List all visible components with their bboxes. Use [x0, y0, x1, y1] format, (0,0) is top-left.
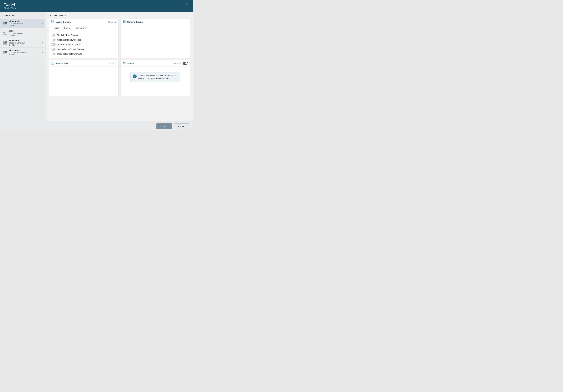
dataset-name-studentinfo: studentinfo: [9, 20, 42, 22]
totals-column-groups-label: Totals for Column Groups: [57, 43, 81, 46]
dataset-icon-behaviour: [3, 40, 7, 45]
totals-options-list: Totals for Row Groups Subtotals for Row …: [49, 31, 118, 58]
dataset-info-attendance: attendance based on Attendance 5 fields: [9, 49, 42, 56]
left-panel: DATA SETS studentinfo based on Student: [0, 12, 45, 121]
toggle-row-subtotals-column-groups: Subtotals for Column Groups: [51, 47, 116, 51]
svg-rect-19: [3, 54, 7, 54]
svg-rect-27: [51, 62, 54, 63]
values-box: Values As Rows i There are no values spe…: [120, 60, 190, 96]
dataset-item-studentinfo[interactable]: studentinfo based on Student 9 fields ▾: [0, 19, 45, 28]
dataset-item-mark[interactable]: mark based on Marks 6 fields ▾: [0, 28, 45, 38]
column-groups-drop-area[interactable]: [120, 25, 190, 43]
tab-organization[interactable]: Organization: [73, 25, 90, 31]
toggle-row-show-totals-before-groups: Show Totals before Groups: [51, 51, 116, 56]
dialog-footer: OK Cancel: [0, 121, 193, 131]
filters-label: Filters: [108, 21, 113, 23]
layout-options-tabs: Totals Styling Organization: [49, 25, 118, 31]
layout-options-title: Layout Options: [56, 21, 108, 23]
row-groups-drop-area[interactable]: [49, 67, 118, 96]
svg-rect-29: [51, 64, 54, 65]
values-icon: [123, 62, 126, 65]
values-drop-area[interactable]: i There are no values specified. Please …: [120, 67, 190, 87]
layout-options-box: Layout Options Filters ⛛ Totals Styling …: [49, 19, 119, 58]
svg-rect-18: [3, 53, 7, 53]
close-button[interactable]: ✕: [185, 3, 189, 6]
no-values-message-box: i There are no values specified. Please …: [130, 72, 180, 82]
toggle-totals-column-groups[interactable]: [51, 43, 56, 46]
dataset-name-attendance: attendance: [9, 49, 42, 51]
show-totals-before-groups-label: Show Totals before Groups: [57, 53, 82, 55]
column-groups-title: Column Groups: [127, 21, 188, 23]
cancel-button[interactable]: Cancel: [174, 123, 189, 129]
toggle-subtotals-row-groups[interactable]: [51, 38, 56, 41]
dataset-item-behaviour[interactable]: behaviour based on Behaviour 6 fields ▾: [0, 38, 45, 48]
svg-rect-31: [125, 62, 126, 63]
dialog-title: Tablix4: [4, 3, 17, 6]
svg-rect-20: [51, 20, 52, 22]
swap-icon[interactable]: ↻: [115, 62, 116, 65]
ok-button[interactable]: OK: [156, 123, 172, 129]
toggle-as-rows[interactable]: [183, 62, 188, 65]
svg-rect-11: [5, 41, 7, 42]
svg-rect-9: [3, 34, 7, 35]
dialog-body: DATA SETS studentinfo based on Student: [0, 12, 193, 121]
column-groups-icon: [123, 20, 126, 24]
svg-rect-23: [53, 22, 54, 23]
dataset-info-mark: mark based on Marks 6 fields: [9, 30, 42, 36]
layout-bottom-grid: Row Groups Swap ↻: [49, 60, 190, 96]
svg-rect-13: [3, 43, 7, 44]
svg-rect-30: [123, 62, 124, 63]
info-icon: i: [133, 75, 137, 78]
subtotals-column-groups-label: Subtotals for Column Groups: [57, 48, 84, 51]
subtotals-row-groups-label: Subtotals for Row Groups: [57, 39, 81, 41]
svg-rect-25: [124, 20, 125, 23]
tab-styling[interactable]: Styling: [62, 25, 73, 31]
row-groups-box: Row Groups Swap ↻: [49, 60, 119, 96]
svg-rect-14: [3, 44, 7, 45]
right-panel: LAYOUT DESIGN Layou: [45, 12, 193, 121]
row-groups-icon: [51, 62, 54, 65]
chevron-down-icon-behaviour: ▾: [42, 42, 43, 44]
row-groups-header: Row Groups Swap ↻: [49, 60, 118, 67]
filter-icon[interactable]: ⛛: [114, 21, 116, 23]
values-header: Values As Rows: [120, 60, 190, 67]
dataset-info-behaviour: behaviour based on Behaviour 6 fields: [9, 39, 42, 46]
toggle-totals-for-row-groups[interactable]: [51, 34, 56, 37]
dialog-subtitle: Tablix Wizard: [4, 7, 17, 9]
dataset-item-attendance[interactable]: attendance based on Attendance 5 fields …: [0, 48, 45, 57]
tab-totals[interactable]: Totals: [51, 25, 62, 31]
svg-rect-22: [51, 22, 52, 23]
dataset-desc-attendance: based on Attendance 5 fields: [9, 51, 42, 56]
dataset-name-mark: mark: [9, 30, 42, 32]
toggle-show-totals-before-groups[interactable]: [51, 53, 56, 55]
as-rows-label: As Rows: [174, 62, 181, 64]
svg-rect-7: [5, 33, 7, 33]
svg-rect-24: [123, 20, 124, 23]
svg-rect-2: [5, 23, 7, 24]
svg-rect-1: [5, 22, 7, 23]
layout-options-icon: [51, 20, 54, 24]
dataset-name-behaviour: behaviour: [9, 39, 42, 42]
svg-rect-21: [53, 20, 54, 22]
totals-for-row-groups-label: Totals for Row Groups: [57, 34, 78, 36]
svg-rect-4: [3, 25, 7, 25]
toggle-subtotals-column-groups[interactable]: [51, 48, 56, 51]
dataset-icon-mark: [3, 31, 7, 36]
svg-rect-6: [5, 32, 7, 32]
layout-top-grid: Layout Options Filters ⛛ Totals Styling …: [49, 19, 190, 58]
dialog-header: Tablix4 Tablix Wizard ✕: [0, 0, 193, 12]
svg-rect-3: [3, 24, 7, 25]
svg-rect-5: [3, 32, 5, 33]
column-groups-header: Column Groups: [120, 19, 190, 25]
dataset-icon-studentinfo: [3, 21, 7, 26]
svg-rect-26: [125, 20, 126, 23]
svg-rect-10: [3, 41, 5, 43]
toggle-row-subtotals-row-groups: Subtotals for Row Groups: [51, 38, 116, 42]
row-groups-title: Row Groups: [56, 62, 109, 64]
layout-section-title: LAYOUT DESIGN: [49, 14, 190, 17]
svg-rect-0: [3, 22, 5, 24]
svg-rect-12: [5, 42, 7, 43]
svg-rect-32: [123, 63, 126, 64]
dataset-desc-studentinfo: based on Student 9 fields: [9, 23, 42, 27]
svg-rect-16: [5, 51, 7, 52]
